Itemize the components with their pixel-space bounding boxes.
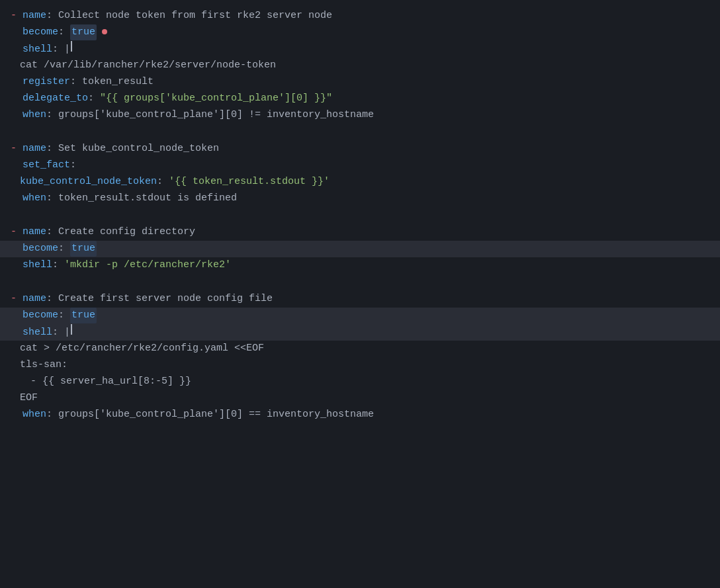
line-4-7: EOF — [0, 390, 720, 407]
value-true: true — [70, 24, 97, 40]
colon: : — [46, 8, 52, 24]
line-4-2: become: true — [0, 308, 720, 324]
key-name-3: name — [22, 224, 46, 240]
value-true-4: true — [70, 308, 97, 323]
key-register: register — [11, 74, 70, 90]
gap-3 — [0, 276, 720, 288]
when-value: groups['kube_control_plane'][0] != inven… — [58, 107, 374, 123]
when-value-4: groups['kube_control_plane'][0] == inven… — [58, 407, 374, 423]
cursor-2 — [71, 324, 72, 335]
shell-content-4b: tls-san: — [20, 357, 68, 373]
line-1-1: - name: Collect node token from first rk… — [0, 8, 720, 24]
key-shell: shell — [11, 42, 52, 58]
line-4-8: when: groups['kube_control_plane'][0] ==… — [0, 407, 720, 423]
when-value-2: token_result.stdout is defined — [58, 190, 237, 206]
line-1-6: delegate_to: "{{ groups['kube_control_pl… — [0, 91, 720, 107]
register-value: token_result — [82, 74, 154, 90]
line-4-1: - name: Create first server node config … — [0, 291, 720, 308]
key-name: name — [22, 8, 46, 24]
cursor — [71, 41, 72, 52]
shell-content-4d: EOF — [20, 390, 38, 406]
line-2-2: set_fact: — [0, 157, 720, 174]
task-name-value-3: Create config directory — [52, 224, 195, 240]
key-become-3: become — [11, 241, 58, 257]
key-when-2: when — [11, 190, 46, 206]
line-4-3: shell: | — [0, 324, 720, 341]
key-when-4: when — [11, 407, 46, 423]
code-container: - name: Collect node token from first rk… — [0, 0, 720, 431]
shell-content: cat /var/lib/rancher/rke2/server/node-to… — [20, 58, 276, 73]
dash-icon: - — [11, 8, 22, 24]
key-kube-token: kube_control_node_token — [20, 174, 157, 190]
dash-icon-4: - — [11, 291, 22, 307]
line-2-4: when: token_result.stdout is defined — [0, 190, 720, 207]
line-1-7: when: groups['kube_control_plane'][0] !=… — [0, 107, 720, 124]
shell-value-3: 'mkdir -p /etc/rancher/rke2' — [64, 257, 231, 273]
key-when: when — [11, 107, 46, 123]
key-shell-4: shell — [11, 325, 52, 341]
task-block-4: - name: Create first server node config … — [0, 288, 720, 426]
task-name-value-2: Set kube_control_node_token — [52, 141, 219, 157]
line-3-1: - name: Create config directory — [0, 224, 720, 241]
line-2-3: kube_control_node_token: '{{ token_resul… — [0, 174, 720, 190]
line-1-5: register: token_result — [0, 74, 720, 91]
gap-2 — [0, 210, 720, 222]
line-4-5: tls-san: — [0, 357, 720, 374]
dot-indicator — [102, 29, 107, 34]
line-4-6: - {{ server_ha_url[8:-5] }} — [0, 374, 720, 390]
key-become-4: become — [11, 308, 58, 323]
key-name-4: name — [22, 291, 46, 307]
line-1-2: become: true — [0, 24, 720, 41]
dash-icon-3: - — [11, 224, 22, 240]
task-block-2: - name: Set kube_control_node_token set_… — [0, 138, 720, 210]
kube-token-value: '{{ token_result.stdout }}' — [169, 174, 330, 190]
line-1-3: shell: | — [0, 41, 720, 58]
line-1-4: cat /var/lib/rancher/rke2/server/node-to… — [0, 58, 720, 74]
task-name-value-4: Create first server node config file — [52, 291, 273, 307]
delegate-value: "{{ groups['kube_control_plane'][0] }}" — [100, 91, 332, 106]
task-block-1: - name: Collect node token from first rk… — [0, 5, 720, 126]
gap-1 — [0, 126, 720, 138]
key-set-fact: set_fact — [11, 157, 70, 173]
key-become: become — [11, 24, 58, 40]
line-4-4: cat > /etc/rancher/rke2/config.yaml <<EO… — [0, 341, 720, 357]
task-block-3: - name: Create config directory become: … — [0, 222, 720, 276]
line-3-2: become: true — [0, 241, 720, 257]
key-name-2: name — [22, 141, 46, 157]
key-shell-3: shell — [11, 257, 52, 273]
dash-icon-2: - — [11, 141, 22, 157]
key-delegate-to: delegate_to — [11, 91, 88, 106]
line-3-3: shell: 'mkdir -p /etc/rancher/rke2' — [0, 257, 720, 274]
value-true-3: true — [70, 241, 97, 257]
line-2-1: - name: Set kube_control_node_token — [0, 141, 720, 157]
shell-content-4c: - {{ server_ha_url[8:-5] }} — [30, 374, 191, 390]
shell-content-4a: cat > /etc/rancher/rke2/config.yaml <<EO… — [20, 341, 264, 357]
task-name-value: Collect node token from first rke2 serve… — [52, 8, 332, 24]
